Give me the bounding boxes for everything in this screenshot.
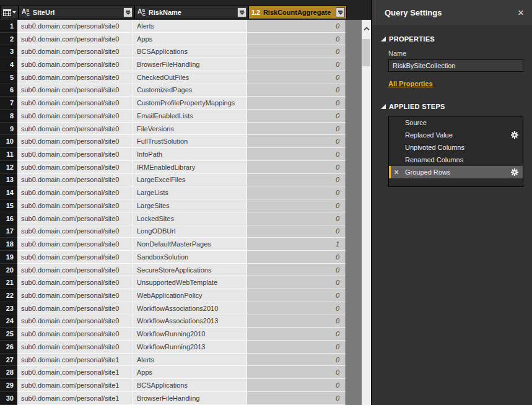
cell-riskname[interactable]: SandboxSolution [133, 251, 247, 264]
cell-riskname[interactable]: EmailEnabledLists [133, 110, 247, 123]
row-number[interactable]: 1 [0, 20, 17, 33]
cell-siteurl[interactable]: sub0.domain.com/personal/site0 [17, 276, 133, 289]
scroll-up-button[interactable] [362, 20, 371, 37]
cell-riskname[interactable]: NonDefaultMasterPages [133, 238, 247, 251]
row-number[interactable]: 6 [0, 84, 17, 97]
cell-riskcountaggregate[interactable]: 0 [247, 71, 346, 84]
row-number[interactable]: 16 [0, 212, 17, 225]
column-header-siteurl[interactable]: A BC SiteUrl [19, 6, 134, 19]
cell-siteurl[interactable]: sub0.domain.com/personal/site0 [17, 302, 133, 315]
cell-siteurl[interactable]: sub0.domain.com/personal/site0 [17, 212, 133, 225]
cell-siteurl[interactable]: sub0.domain.com/personal/site0 [17, 289, 133, 302]
row-number[interactable]: 19 [0, 251, 17, 264]
cell-riskcountaggregate[interactable]: 0 [247, 148, 346, 161]
cell-riskcountaggregate[interactable]: 0 [247, 251, 346, 264]
cell-siteurl[interactable]: sub0.domain.com/personal/site1 [17, 392, 133, 405]
cell-siteurl[interactable]: sub0.domain.com/personal/site0 [17, 174, 133, 187]
cell-siteurl[interactable]: sub0.domain.com/personal/site0 [17, 148, 133, 161]
vertical-scrollbar[interactable] [362, 20, 371, 405]
row-number[interactable]: 8 [0, 110, 17, 123]
query-name-input[interactable] [388, 59, 523, 72]
cell-riskcountaggregate[interactable]: 0 [247, 199, 346, 212]
cell-siteurl[interactable]: sub0.domain.com/personal/site0 [17, 110, 133, 123]
applied-step-item[interactable]: × Grouped Rows [389, 166, 523, 178]
row-number[interactable]: 3 [0, 45, 17, 58]
cell-riskcountaggregate[interactable]: 0 [247, 225, 346, 238]
cell-riskcountaggregate[interactable]: 0 [247, 264, 346, 277]
cell-riskcountaggregate[interactable]: 0 [247, 97, 346, 110]
cell-riskcountaggregate[interactable]: 0 [247, 186, 346, 199]
cell-riskname[interactable]: SecureStoreApplications [133, 264, 247, 277]
column-header-riskcountaggregate-selected[interactable]: 1.2 RiskCountAggregate [248, 6, 347, 19]
cell-riskname[interactable]: Alerts [133, 20, 247, 33]
cell-siteurl[interactable]: sub0.domain.com/personal/site0 [17, 97, 133, 110]
cell-riskcountaggregate[interactable]: 0 [247, 58, 346, 71]
row-number[interactable]: 4 [0, 58, 17, 71]
filter-dropdown-button[interactable] [123, 7, 133, 17]
cell-riskcountaggregate[interactable]: 0 [247, 328, 346, 341]
cell-siteurl[interactable]: sub0.domain.com/personal/site0 [17, 251, 133, 264]
cell-riskcountaggregate[interactable]: 0 [247, 276, 346, 289]
cell-siteurl[interactable]: sub0.domain.com/personal/site0 [17, 199, 133, 212]
step-settings-gear-icon[interactable] [511, 168, 518, 176]
properties-section-header[interactable]: PROPERTIES [381, 35, 532, 43]
cell-riskcountaggregate[interactable]: 1 [247, 238, 346, 251]
cell-riskname[interactable]: FileVersions [133, 123, 247, 136]
row-number[interactable]: 7 [0, 97, 17, 110]
column-header-riskname[interactable]: A BC RiskName [134, 6, 248, 19]
cell-riskcountaggregate[interactable]: 0 [247, 302, 346, 315]
cell-siteurl[interactable]: sub0.domain.com/personal/site0 [17, 341, 133, 354]
cell-riskname[interactable]: WorkflowRunning2010 [133, 328, 247, 341]
cell-riskname[interactable]: BCSApplications [133, 379, 247, 392]
cell-riskname[interactable]: UnsupportedWebTemplate [133, 276, 247, 289]
close-icon[interactable]: × [518, 7, 524, 18]
cell-riskname[interactable]: BrowserFileHandling [133, 58, 247, 71]
cell-riskcountaggregate[interactable]: 0 [247, 379, 346, 392]
cell-riskcountaggregate[interactable]: 0 [247, 354, 346, 367]
cell-riskname[interactable]: LargeSites [133, 199, 247, 212]
cell-siteurl[interactable]: sub0.domain.com/personal/site0 [17, 58, 133, 71]
cell-riskcountaggregate[interactable]: 0 [247, 45, 346, 58]
cell-riskname[interactable]: CheckedOutFiles [133, 71, 247, 84]
cell-riskcountaggregate[interactable]: 0 [247, 315, 346, 328]
applied-step-item[interactable]: Unpivoted Columns [389, 141, 523, 154]
cell-riskname[interactable]: Apps [133, 366, 247, 379]
cell-riskname[interactable]: WorkflowAssociations2010 [133, 302, 247, 315]
row-number[interactable]: 22 [0, 289, 17, 302]
cell-riskname[interactable]: WorkflowAssociations2013 [133, 315, 247, 328]
cell-riskname[interactable]: InfoPath [133, 148, 247, 161]
cell-riskcountaggregate[interactable]: 0 [247, 341, 346, 354]
filter-dropdown-button[interactable] [336, 7, 345, 17]
row-number[interactable]: 17 [0, 225, 17, 238]
cell-siteurl[interactable]: sub0.domain.com/personal/site0 [17, 84, 133, 97]
row-number[interactable]: 10 [0, 135, 17, 148]
row-number[interactable]: 20 [0, 264, 17, 277]
cell-riskname[interactable]: LargeLists [133, 186, 247, 199]
row-number[interactable]: 14 [0, 186, 17, 199]
cell-riskname[interactable]: BCSApplications [133, 45, 247, 58]
filter-dropdown-button[interactable] [237, 7, 246, 17]
cell-siteurl[interactable]: sub0.domain.com/personal/site1 [17, 366, 133, 379]
cell-siteurl[interactable]: sub0.domain.com/personal/site1 [17, 354, 133, 367]
cell-riskcountaggregate[interactable]: 0 [247, 20, 346, 33]
step-settings-gear-icon[interactable] [511, 131, 518, 139]
row-number[interactable]: 11 [0, 148, 17, 161]
cell-siteurl[interactable]: sub0.domain.com/personal/site0 [17, 161, 133, 174]
cell-siteurl[interactable]: sub0.domain.com/personal/site0 [17, 123, 133, 136]
applied-step-item[interactable]: Source [389, 116, 523, 129]
cell-siteurl[interactable]: sub0.domain.com/personal/site0 [17, 328, 133, 341]
row-number[interactable]: 23 [0, 302, 17, 315]
cell-riskcountaggregate[interactable]: 0 [247, 161, 346, 174]
cell-riskname[interactable]: CustomProfilePropertyMappings [133, 97, 247, 110]
delete-step-icon[interactable]: × [394, 166, 399, 178]
cell-riskname[interactable]: FullTrustSolution [133, 135, 247, 148]
row-number[interactable]: 5 [0, 71, 17, 84]
applied-step-item[interactable]: Replaced Value [389, 129, 523, 141]
cell-siteurl[interactable]: sub0.domain.com/personal/site1 [17, 379, 133, 392]
cell-siteurl[interactable]: sub0.domain.com/personal/site0 [17, 45, 133, 58]
row-number[interactable]: 25 [0, 328, 17, 341]
row-number[interactable]: 24 [0, 315, 17, 328]
row-number[interactable]: 21 [0, 276, 17, 289]
cell-riskcountaggregate[interactable]: 0 [247, 289, 346, 302]
row-number[interactable]: 9 [0, 123, 17, 136]
